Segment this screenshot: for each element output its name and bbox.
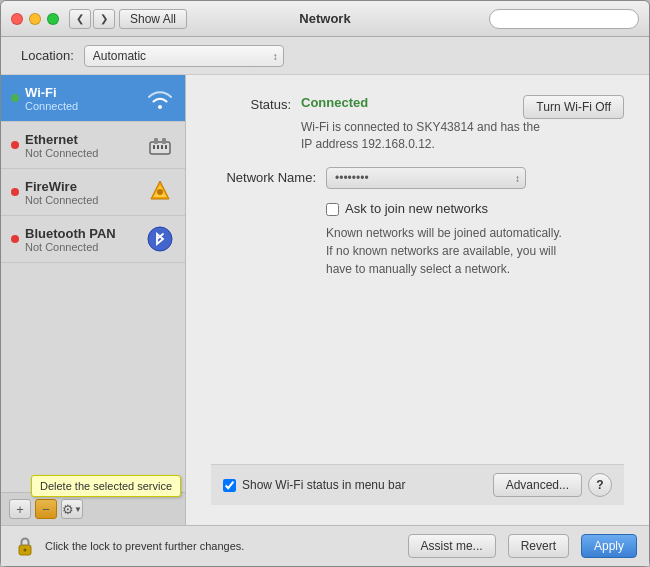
main-content: Wi-Fi Connected Ethernet Not Connected bbox=[1, 75, 649, 525]
ethernet-status-dot bbox=[11, 141, 19, 149]
status-row: Status: Connected Turn Wi-Fi Off Wi-Fi i… bbox=[211, 95, 624, 153]
window-title: Network bbox=[299, 11, 350, 26]
svg-rect-1 bbox=[154, 138, 158, 144]
wifi-menu-bar-row: Show Wi-Fi status in menu bar Advanced..… bbox=[211, 464, 624, 505]
location-select[interactable]: Automatic bbox=[84, 45, 284, 67]
ethernet-status: Not Connected bbox=[25, 147, 140, 159]
nav-buttons: ❮ ❯ bbox=[69, 9, 115, 29]
remove-service-button[interactable]: − bbox=[35, 499, 57, 519]
status-info: Connected Turn Wi-Fi Off Wi-Fi is connec… bbox=[301, 95, 624, 153]
firewire-status: Not Connected bbox=[25, 194, 140, 206]
svg-rect-6 bbox=[165, 145, 167, 149]
right-panel: Status: Connected Turn Wi-Fi Off Wi-Fi i… bbox=[186, 75, 649, 525]
sidebar-item-wifi[interactable]: Wi-Fi Connected bbox=[1, 75, 185, 122]
gear-icon: ⚙ bbox=[62, 502, 74, 517]
back-button[interactable]: ❮ bbox=[69, 9, 91, 29]
sidebar-footer-container: Delete the selected service + − ⚙ ▼ bbox=[1, 492, 185, 525]
ask-join-checkbox[interactable] bbox=[326, 203, 339, 216]
wifi-status: Connected bbox=[25, 100, 140, 112]
lock-text: Click the lock to prevent further change… bbox=[45, 540, 244, 552]
lock-row: Click the lock to prevent further change… bbox=[13, 534, 396, 558]
status-value: Connected bbox=[301, 95, 368, 110]
sidebar-item-bluetooth[interactable]: Bluetooth PAN Not Connected bbox=[1, 216, 185, 263]
lock-button[interactable] bbox=[13, 534, 37, 558]
show-all-button[interactable]: Show All bbox=[119, 9, 187, 29]
maximize-button[interactable] bbox=[47, 13, 59, 25]
ethernet-name: Ethernet bbox=[25, 132, 140, 147]
bluetooth-status-dot bbox=[11, 235, 19, 243]
svg-rect-3 bbox=[153, 145, 155, 149]
status-label: Status: bbox=[211, 97, 291, 112]
show-wifi-checkbox[interactable] bbox=[223, 479, 236, 492]
sidebar-item-firewire[interactable]: FireWire Not Connected bbox=[1, 169, 185, 216]
svg-rect-4 bbox=[157, 145, 159, 149]
ask-join-description: Known networks will be joined automatica… bbox=[326, 224, 624, 278]
apply-button[interactable]: Apply bbox=[581, 534, 637, 558]
content-spacer bbox=[211, 278, 624, 464]
title-bar: ❮ ❯ Show All Network bbox=[1, 1, 649, 37]
bluetooth-status: Not Connected bbox=[25, 241, 140, 253]
sidebar: Wi-Fi Connected Ethernet Not Connected bbox=[1, 75, 186, 525]
show-wifi-label[interactable]: Show Wi-Fi status in menu bar bbox=[242, 478, 405, 492]
bottom-buttons-bar: Click the lock to prevent further change… bbox=[1, 525, 649, 566]
svg-point-12 bbox=[24, 549, 27, 552]
traffic-lights bbox=[11, 13, 59, 25]
firewire-status-dot bbox=[11, 188, 19, 196]
wifi-name: Wi-Fi bbox=[25, 85, 140, 100]
turn-wifi-off-button[interactable]: Turn Wi-Fi Off bbox=[523, 95, 624, 119]
minimize-button[interactable] bbox=[29, 13, 41, 25]
ethernet-icon bbox=[145, 130, 175, 160]
firewire-icon bbox=[145, 177, 175, 207]
svg-rect-2 bbox=[162, 138, 166, 144]
delete-tooltip: Delete the selected service bbox=[31, 475, 181, 497]
chevron-down-icon: ▼ bbox=[74, 505, 82, 514]
help-button[interactable]: ? bbox=[588, 473, 612, 497]
wifi-icon bbox=[145, 83, 175, 113]
network-name-label: Network Name: bbox=[211, 170, 316, 185]
ask-join-label[interactable]: Ask to join new networks bbox=[345, 201, 488, 216]
location-select-wrapper: Automatic ↕ bbox=[84, 45, 284, 67]
network-name-select-wrapper: •••••••• ↕ bbox=[326, 167, 526, 189]
add-service-button[interactable]: + bbox=[9, 499, 31, 519]
firewire-name: FireWire bbox=[25, 179, 140, 194]
bluetooth-icon bbox=[145, 224, 175, 254]
bluetooth-name: Bluetooth PAN bbox=[25, 226, 140, 241]
forward-button[interactable]: ❯ bbox=[93, 9, 115, 29]
svg-point-10 bbox=[148, 227, 172, 251]
advanced-button[interactable]: Advanced... bbox=[493, 473, 582, 497]
close-button[interactable] bbox=[11, 13, 23, 25]
network-name-row: Network Name: •••••••• ↕ bbox=[211, 167, 624, 189]
svg-rect-5 bbox=[161, 145, 163, 149]
location-label: Location: bbox=[21, 48, 74, 63]
status-description: Wi-Fi is connected to SKY43814 and has t… bbox=[301, 119, 624, 153]
show-wifi-row: Show Wi-Fi status in menu bar bbox=[223, 478, 487, 492]
location-toolbar: Location: Automatic ↕ bbox=[1, 37, 649, 75]
ask-join-row: Ask to join new networks bbox=[326, 201, 624, 216]
window: ❮ ❯ Show All Network Location: Automatic… bbox=[0, 0, 650, 567]
wifi-status-dot bbox=[11, 94, 19, 102]
sidebar-item-ethernet[interactable]: Ethernet Not Connected bbox=[1, 122, 185, 169]
assist-button[interactable]: Assist me... bbox=[408, 534, 496, 558]
network-name-select[interactable]: •••••••• bbox=[326, 167, 526, 189]
search-input[interactable] bbox=[489, 9, 639, 29]
revert-button[interactable]: Revert bbox=[508, 534, 569, 558]
sidebar-spacer bbox=[1, 263, 185, 492]
settings-button[interactable]: ⚙ ▼ bbox=[61, 499, 83, 519]
svg-point-9 bbox=[157, 189, 163, 195]
